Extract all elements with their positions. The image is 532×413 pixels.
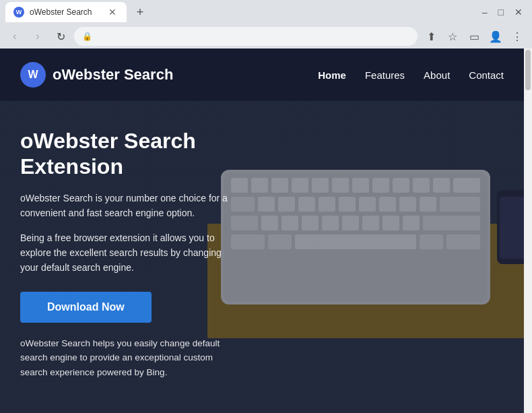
- navigation: W oWebster Search Home Features About Co…: [0, 49, 524, 101]
- svg-rect-40: [446, 234, 480, 249]
- profile-button[interactable]: 👤: [486, 27, 505, 46]
- reader-mode-button[interactable]: ▭: [465, 27, 484, 46]
- svg-rect-6: [292, 178, 308, 193]
- hero-footer-text: oWebster Search helps you easily change …: [20, 336, 236, 380]
- svg-rect-29: [302, 216, 319, 230]
- nav-link-home[interactable]: Home: [318, 69, 346, 81]
- nav-links: Home Features About Contact: [318, 69, 504, 81]
- svg-rect-33: [383, 216, 399, 230]
- svg-rect-10: [372, 178, 389, 193]
- svg-rect-11: [393, 178, 409, 193]
- svg-rect-39: [420, 234, 443, 249]
- website: W oWebster Search Home Features About Co…: [0, 49, 524, 413]
- browser-tab[interactable]: W oWebster Search ✕: [5, 2, 127, 22]
- menu-button[interactable]: ⋮: [508, 27, 527, 46]
- svg-rect-32: [362, 216, 379, 230]
- nav-link-contact[interactable]: Contact: [469, 69, 504, 81]
- minimize-button[interactable]: –: [478, 7, 492, 18]
- scrollbar[interactable]: [524, 49, 532, 413]
- new-tab-button[interactable]: +: [131, 3, 149, 22]
- url-bar[interactable]: 🔒: [74, 27, 418, 46]
- svg-rect-25: [440, 197, 480, 212]
- svg-rect-19: [319, 197, 335, 212]
- hero-title: oWebster Search Extension: [20, 128, 236, 180]
- hero-desc-1: oWebster Search is your number one choic…: [20, 191, 236, 221]
- title-bar: W oWebster Search ✕ + – □ ✕: [0, 0, 532, 24]
- back-button[interactable]: ‹: [5, 27, 24, 46]
- svg-rect-30: [322, 216, 339, 230]
- tab-favicon: W: [13, 7, 24, 18]
- hero-desc-2: Being a free browser extension it allows…: [20, 230, 236, 276]
- svg-rect-22: [379, 197, 396, 212]
- svg-rect-38: [295, 234, 416, 249]
- refresh-button[interactable]: ↻: [51, 27, 70, 46]
- window-controls: – □ ✕: [478, 7, 527, 18]
- svg-rect-17: [278, 197, 295, 212]
- lock-icon: 🔒: [82, 32, 92, 41]
- hero-content: oWebster Search Extension oWebster Searc…: [0, 101, 256, 400]
- svg-rect-12: [413, 178, 430, 193]
- address-bar: ‹ › ↻ 🔒 ⬆ ☆ ▭ 👤 ⋮: [0, 24, 532, 49]
- nav-link-features[interactable]: Features: [365, 69, 405, 81]
- brand-name: oWebster Search: [53, 66, 173, 84]
- svg-rect-18: [298, 197, 315, 212]
- svg-rect-7: [312, 178, 329, 193]
- svg-rect-24: [420, 197, 436, 212]
- svg-rect-34: [403, 216, 420, 230]
- bookmark-button[interactable]: ☆: [443, 27, 462, 46]
- svg-rect-13: [433, 178, 450, 193]
- svg-rect-5: [271, 178, 288, 193]
- svg-rect-9: [352, 178, 369, 193]
- brand-logo: W: [20, 62, 46, 88]
- svg-rect-23: [399, 197, 416, 212]
- nav-link-about[interactable]: About: [424, 69, 450, 81]
- scrollbar-thumb[interactable]: [525, 50, 531, 90]
- svg-rect-27: [261, 216, 278, 230]
- svg-rect-37: [268, 234, 292, 249]
- svg-rect-28: [281, 216, 298, 230]
- browser-content: W oWebster Search Home Features About Co…: [0, 49, 532, 413]
- share-button[interactable]: ⬆: [422, 27, 440, 46]
- close-window-button[interactable]: ✕: [510, 7, 527, 18]
- tab-title: oWebster Search: [30, 7, 101, 17]
- tab-close-button[interactable]: ✕: [106, 6, 119, 18]
- maximize-button[interactable]: □: [494, 7, 508, 18]
- toolbar-actions: ⬆ ☆ ▭ 👤 ⋮: [422, 27, 527, 46]
- svg-rect-8: [332, 178, 349, 193]
- svg-rect-31: [342, 216, 359, 230]
- svg-rect-35: [423, 216, 480, 230]
- svg-rect-14: [453, 178, 480, 193]
- download-button[interactable]: Download Now: [20, 292, 152, 323]
- svg-rect-20: [339, 197, 356, 212]
- svg-rect-16: [258, 197, 275, 212]
- svg-rect-21: [359, 197, 376, 212]
- title-bar-left: W oWebster Search ✕ +: [5, 2, 478, 22]
- svg-rect-42: [500, 197, 524, 259]
- forward-button[interactable]: ›: [28, 27, 47, 46]
- brand: W oWebster Search: [20, 62, 173, 88]
